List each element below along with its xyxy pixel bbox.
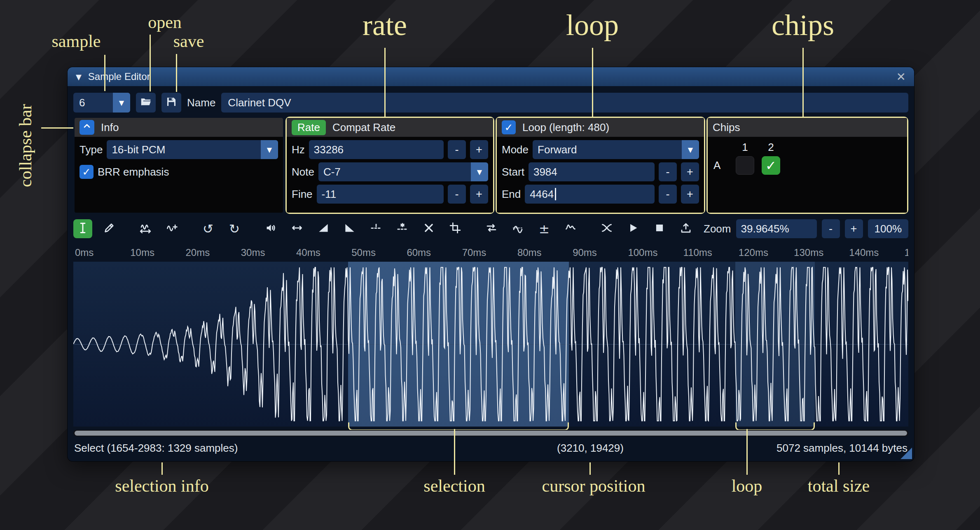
chips-header: Chips: [713, 121, 740, 134]
chips-header-bar: Chips: [708, 118, 907, 137]
type-dropdown[interactable]: 16-bit PCM ▼: [107, 140, 278, 159]
rate-button[interactable]: Rate: [292, 120, 326, 135]
timeline-label: 140ms: [849, 247, 879, 258]
loop-end-plus-button[interactable]: +: [681, 185, 699, 204]
fine-minus-button[interactable]: -: [448, 185, 466, 204]
loop-enable-checkbox[interactable]: ✓: [502, 120, 516, 134]
dropdown-arrow-icon: ▼: [682, 140, 699, 159]
pencil-icon: [103, 222, 115, 236]
fine-plus-button[interactable]: +: [470, 185, 488, 204]
fine-value: -11: [322, 188, 337, 201]
preview-sample-button[interactable]: [624, 219, 643, 238]
note-dropdown[interactable]: C-7 ▼: [318, 162, 488, 181]
note-label: Note: [292, 166, 314, 178]
cross-curves-icon: [601, 222, 613, 236]
rate-panel: Rate Compat Rate Hz 33286 - + Note: [287, 118, 493, 213]
hz-input[interactable]: 33286: [309, 140, 444, 159]
loop-start-label: Start: [502, 166, 524, 178]
resize-grip[interactable]: [900, 448, 912, 459]
info-header-bar: Info: [75, 118, 283, 137]
chips-columns: 12: [736, 141, 780, 154]
chip-checkbox-1[interactable]: [736, 156, 754, 175]
loop-end-value: 4464: [530, 188, 554, 201]
info-panel: Info Type 16-bit PCM ▼ ✓ BRR em: [73, 117, 284, 214]
edit-mode-draw-button[interactable]: [100, 219, 119, 238]
waveform-trace: [73, 262, 908, 427]
zoom-reset-button[interactable]: 100%: [868, 219, 909, 238]
loop-start-minus-button[interactable]: -: [659, 162, 677, 181]
fine-label: Fine: [292, 188, 313, 201]
arrows-horizontal-icon: [291, 222, 303, 236]
timeline-label: 150: [905, 247, 908, 258]
annotation-bracket-loop: [735, 422, 815, 431]
timeline-label: 120ms: [739, 247, 768, 258]
timeline-label: 60ms: [407, 247, 431, 258]
zoom-label: Zoom: [704, 223, 731, 235]
crossfade-loop-button[interactable]: [597, 219, 616, 238]
sample-select[interactable]: 6 ▼: [73, 93, 130, 113]
hz-minus-button[interactable]: -: [448, 140, 466, 159]
fade-in-button[interactable]: [314, 219, 333, 238]
zoom-minus-button[interactable]: -: [822, 219, 840, 238]
brr-emphasis-checkbox[interactable]: ✓: [80, 165, 94, 179]
zoom-cluster: Zoom 39.9645% - + 100%: [704, 219, 908, 238]
apply-silence-button[interactable]: [393, 219, 412, 238]
name-input[interactable]: Clarinet DQV: [221, 93, 908, 113]
timeline-label: 110ms: [683, 247, 712, 258]
name-label: Name: [187, 96, 215, 109]
floppy-icon: [165, 96, 178, 110]
timeline-label: 70ms: [462, 247, 486, 258]
normalize-button[interactable]: [288, 219, 306, 238]
reverse-button[interactable]: [482, 219, 501, 238]
filter-button[interactable]: [561, 219, 580, 238]
loop-end-minus-button[interactable]: -: [659, 185, 677, 204]
trim-button[interactable]: [446, 219, 465, 238]
save-button[interactable]: [161, 93, 181, 113]
type-value: 16-bit PCM: [107, 143, 261, 156]
resample-button[interactable]: [162, 219, 181, 238]
collapse-triangle-icon[interactable]: ▼: [76, 73, 82, 81]
horizontal-scrollbar[interactable]: [73, 430, 908, 436]
resize-button[interactable]: [136, 219, 155, 238]
loop-start-plus-button[interactable]: +: [681, 162, 699, 181]
hz-plus-button[interactable]: +: [470, 140, 488, 159]
stop-icon: [653, 222, 666, 236]
chip-column-label: 2: [762, 141, 780, 154]
scrollbar-thumb[interactable]: [75, 431, 907, 436]
open-button[interactable]: [136, 93, 156, 113]
loop-start-value: 3984: [533, 166, 557, 178]
chip-checkbox-2[interactable]: ✓: [762, 156, 780, 175]
fade-out-button[interactable]: [340, 219, 359, 238]
loop-mode-dropdown[interactable]: Forward ▼: [533, 140, 699, 159]
loop-start-input[interactable]: 3984: [529, 162, 655, 181]
loop-end-input[interactable]: 4464: [525, 185, 655, 204]
chips-row: A ✓: [713, 156, 901, 175]
check-icon: ✓: [505, 122, 513, 134]
timeline-label: 50ms: [351, 247, 376, 258]
undo-button[interactable]: ↺: [199, 219, 218, 238]
titlebar[interactable]: ▼ Sample Editor ✕: [68, 67, 914, 86]
zoom-input[interactable]: 39.9645%: [736, 219, 817, 238]
waveform-display[interactable]: [73, 262, 908, 427]
create-wavetable-button[interactable]: [676, 219, 695, 238]
crop-icon: [449, 222, 461, 236]
timeline-label: 20ms: [185, 247, 210, 258]
info-collapse-button[interactable]: [80, 120, 94, 135]
plus-minus-icon: ±: [539, 223, 550, 235]
stop-preview-button[interactable]: [650, 219, 669, 238]
sign-invert-button[interactable]: ±: [535, 219, 554, 238]
edit-mode-select-button[interactable]: [73, 219, 92, 238]
insert-silence-button[interactable]: [367, 219, 386, 238]
redo-button[interactable]: ↻: [225, 219, 244, 238]
fine-input[interactable]: -11: [317, 185, 444, 204]
zoom-plus-button[interactable]: +: [845, 219, 863, 238]
close-icon[interactable]: ✕: [896, 70, 906, 84]
amplify-button[interactable]: [261, 219, 280, 238]
invert-button[interactable]: [508, 219, 527, 238]
cursor-position-text: (3210, 19429): [557, 442, 624, 455]
timeline-ruler: 0ms10ms20ms30ms40ms50ms60ms70ms80ms90ms1…: [73, 244, 908, 262]
rate-header-bar: Rate Compat Rate: [287, 118, 493, 137]
chips-panel: Chips 12 A ✓: [708, 118, 907, 213]
sample-number: 6: [73, 96, 113, 109]
delete-button[interactable]: [419, 219, 438, 238]
